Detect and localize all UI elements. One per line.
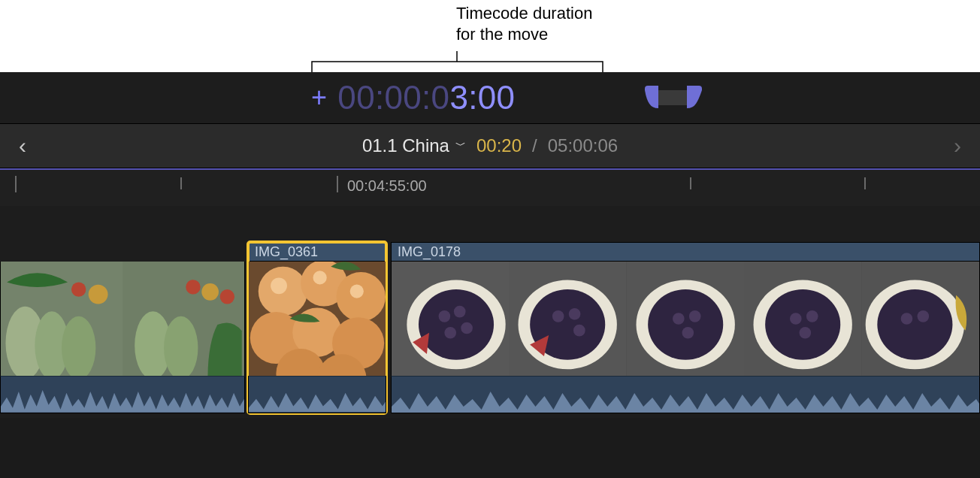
project-total-time: 05:00:06 bbox=[548, 135, 618, 156]
svg-point-54 bbox=[900, 313, 912, 325]
svg-point-16 bbox=[271, 277, 287, 294]
clip-audio-waveform bbox=[391, 376, 980, 413]
svg-point-41 bbox=[648, 289, 723, 360]
svg-point-37 bbox=[569, 308, 581, 320]
svg-point-13 bbox=[220, 289, 234, 304]
callout-line2: for the move bbox=[456, 25, 548, 44]
svg-point-32 bbox=[444, 327, 456, 339]
svg-rect-1 bbox=[658, 90, 687, 105]
clip-label: IMG_0361 bbox=[248, 242, 386, 262]
callout-timecode-duration: Timecode duration for the move bbox=[456, 3, 652, 45]
next-edit-button[interactable]: › bbox=[935, 124, 980, 168]
svg-point-48 bbox=[790, 313, 802, 325]
timeline-panel: + 00:00:03:00 ‹ 01.1 China ﹀ bbox=[0, 72, 980, 472]
ruler-time-label: 00:04:55:00 bbox=[347, 177, 427, 195]
timecode-sign: + bbox=[311, 82, 327, 113]
clip-label: IMG_0178 bbox=[391, 242, 980, 262]
project-name-dropdown[interactable]: 01.1 China ﹀ bbox=[362, 135, 466, 156]
svg-point-42 bbox=[673, 313, 685, 325]
primary-storyline[interactable]: IMG_0361 bbox=[0, 242, 980, 467]
svg-point-29 bbox=[439, 310, 451, 322]
clip-filmstrip bbox=[391, 262, 980, 376]
svg-point-49 bbox=[806, 310, 818, 322]
callout-line1: Timecode duration bbox=[456, 4, 592, 23]
clip-filmstrip bbox=[248, 262, 386, 376]
svg-point-28 bbox=[419, 289, 494, 360]
svg-point-12 bbox=[186, 280, 200, 294]
clip-audio-waveform bbox=[0, 376, 245, 413]
timecode-significant: 3:00 bbox=[449, 79, 515, 116]
project-current-time: 00:20 bbox=[476, 135, 522, 156]
clip-img-0361[interactable]: IMG_0361 bbox=[248, 242, 386, 413]
clip-unnamed[interactable] bbox=[0, 242, 245, 413]
timeline-ruler[interactable]: 00:04:55:00 bbox=[0, 168, 980, 206]
project-center: 01.1 China ﹀ 00:20 / 05:00:06 bbox=[0, 135, 980, 156]
callout-bracket bbox=[311, 51, 604, 74]
svg-point-7 bbox=[71, 282, 86, 296]
timeline-empty-area[interactable] bbox=[0, 418, 980, 478]
clip-img-0178[interactable]: IMG_0178 bbox=[391, 242, 980, 413]
svg-point-36 bbox=[552, 310, 564, 322]
project-separator: / bbox=[532, 135, 537, 156]
svg-point-38 bbox=[573, 325, 585, 337]
svg-point-47 bbox=[765, 289, 840, 360]
svg-point-11 bbox=[201, 283, 219, 301]
clip-filmstrip bbox=[0, 262, 245, 376]
project-info-bar: ‹ 01.1 China ﹀ 00:20 / 05:00:06 › bbox=[0, 123, 980, 168]
svg-point-20 bbox=[350, 285, 364, 298]
timecode-leading: 00:00:0 bbox=[337, 79, 449, 116]
svg-point-18 bbox=[313, 271, 327, 284]
svg-point-50 bbox=[800, 327, 812, 339]
timecode-display[interactable]: + 00:00:03:00 bbox=[311, 72, 515, 123]
project-name-label: 01.1 China bbox=[362, 135, 449, 156]
clip-audio-waveform bbox=[248, 376, 386, 413]
chevron-down-icon: ﹀ bbox=[455, 139, 466, 153]
svg-point-31 bbox=[461, 322, 473, 334]
chevron-right-icon: › bbox=[954, 133, 961, 159]
skimming-indicator-icon[interactable] bbox=[643, 86, 703, 111]
svg-point-43 bbox=[689, 310, 701, 322]
svg-point-55 bbox=[917, 310, 929, 322]
svg-point-44 bbox=[682, 327, 694, 339]
timecode-bar: + 00:00:03:00 bbox=[0, 72, 980, 123]
svg-point-30 bbox=[454, 306, 466, 318]
svg-point-53 bbox=[877, 289, 952, 360]
svg-point-6 bbox=[89, 285, 108, 304]
